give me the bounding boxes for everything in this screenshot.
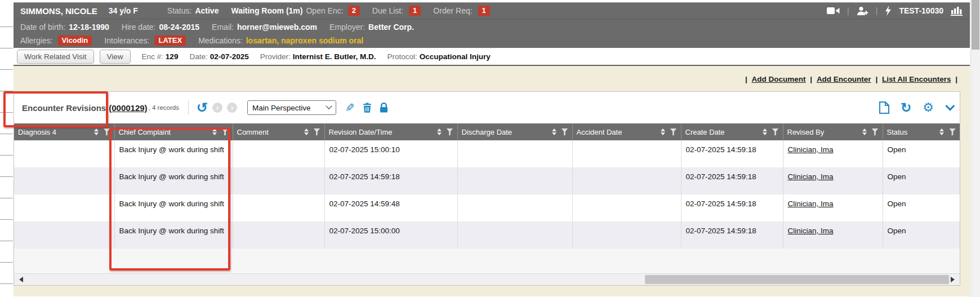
status-value: Active: [195, 6, 219, 15]
flowsheet-chart-icon[interactable]: [951, 6, 963, 16]
filter-funnel-icon[interactable]: [222, 128, 229, 136]
left-ruler: [0, 0, 13, 297]
prev-page-icon[interactable]: ‹: [212, 103, 222, 113]
sort-icon[interactable]: [552, 128, 556, 135]
patient-id[interactable]: TEST-10030: [899, 6, 943, 15]
waiting-room-value[interactable]: Waiting Room (1m): [231, 6, 302, 15]
intolerance-badge[interactable]: LATEX: [154, 36, 186, 46]
vertical-scrollbar[interactable]: [970, 0, 980, 297]
patient-banner-row-3: Allergies: Vicodin Intolerances: LATEX M…: [14, 34, 970, 48]
status-label: Status:: [167, 6, 192, 15]
open-enc-label: Open Enc:: [306, 6, 343, 15]
col-header-create-date[interactable]: Create Date: [681, 123, 783, 140]
filter-funnel-icon[interactable]: [872, 128, 879, 136]
filter-funnel-icon[interactable]: [104, 128, 110, 136]
encounter-revisions-panel: Encounter Revisions (0000129) , 4 record…: [14, 91, 960, 286]
sort-icon[interactable]: [661, 128, 665, 135]
cell-comment: [233, 221, 324, 249]
protocol-value: Occupational Injury: [420, 52, 491, 61]
scroll-right-arrow-icon[interactable]: [951, 277, 955, 282]
add-document-link[interactable]: Add Document: [752, 75, 806, 83]
scroll-left-arrow-icon[interactable]: [19, 277, 23, 282]
cell-diagnosis: [14, 221, 114, 249]
cell-chief: Back Injury @ work during shift: [114, 221, 233, 249]
filter-funnel-icon[interactable]: [562, 128, 568, 136]
cell-revised_by: Clinician, Ima: [783, 221, 883, 249]
sort-icon[interactable]: [94, 128, 99, 135]
dob-label: Date of birth:: [20, 23, 65, 32]
cell-discharge: [457, 167, 572, 194]
panel-chart-id[interactable]: (0000129): [109, 103, 147, 113]
email-value: horner@mieweb.com: [237, 23, 317, 32]
order-req-badge[interactable]: 1: [478, 6, 490, 16]
revised-by-link[interactable]: Clinician, Ima: [788, 200, 834, 208]
enc-date-label: Date:: [189, 52, 207, 61]
open-enc-badge[interactable]: 2: [348, 6, 360, 16]
panel-title: Encounter Revisions: [22, 103, 106, 113]
filter-funnel-icon[interactable]: [949, 128, 956, 136]
next-page-icon[interactable]: ›: [227, 103, 237, 113]
edit-pencil-icon[interactable]: ✎: [345, 101, 355, 114]
cell-revised_by: Clinician, Ima: [783, 140, 883, 167]
lock-icon[interactable]: [380, 103, 388, 113]
perspective-select[interactable]: Main Perspective: [247, 100, 336, 115]
filter-funnel-icon[interactable]: [670, 128, 677, 136]
horizontal-scrollbar[interactable]: [14, 273, 960, 285]
medications-label: Medications:: [198, 36, 243, 45]
filter-funnel-icon[interactable]: [314, 128, 320, 136]
email-label: Email:: [212, 23, 234, 32]
patient-banner-row-1: SIMMONS, NICOLE 34 y/o F Status: Active …: [14, 3, 970, 19]
encounter-revisions-table: Diagnosis 4 Chief Complaint Comment Revi…: [14, 123, 960, 249]
cell-discharge: [457, 194, 572, 221]
add-person-icon[interactable]: [857, 6, 868, 16]
cell-accident: [572, 194, 681, 221]
vertical-scrollbar-thumb[interactable]: [972, 0, 979, 50]
filter-funnel-icon[interactable]: [447, 128, 453, 136]
view-button[interactable]: View: [100, 50, 131, 64]
col-header-comment[interactable]: Comment: [233, 123, 324, 140]
due-list-badge[interactable]: 1: [409, 6, 421, 16]
toolbar-divider: [188, 100, 189, 115]
revised-by-link[interactable]: Clinician, Ima: [788, 145, 834, 154]
video-call-icon[interactable]: [827, 7, 840, 15]
sort-icon[interactable]: [437, 128, 442, 135]
cell-comment: [233, 167, 324, 194]
settings-gear-icon[interactable]: ⚙: [923, 102, 934, 113]
patient-name[interactable]: SIMMONS, NICOLE: [20, 6, 97, 16]
allergy-badge[interactable]: Vicodin: [58, 36, 92, 46]
protocol-label: Protocol:: [387, 52, 417, 61]
enc-date-value: 02-07-2025: [210, 52, 249, 61]
delete-trash-icon[interactable]: [363, 103, 372, 113]
medications-value[interactable]: losartan, naproxen sodium oral: [246, 36, 364, 45]
refresh-undo-icon[interactable]: ↺: [197, 102, 208, 113]
sort-icon[interactable]: [212, 128, 217, 135]
col-header-chief-complaint[interactable]: Chief Complaint: [114, 123, 233, 140]
filter-funnel-icon[interactable]: [772, 128, 779, 136]
patient-banner-row-2: Date of birth: 12-18-1990 Hire date: 08-…: [14, 19, 970, 34]
new-document-icon[interactable]: [879, 101, 889, 114]
col-header-diagnosis-4[interactable]: Diagnosis 4: [14, 123, 114, 140]
list-all-encounters-link[interactable]: List All Encounters: [882, 75, 951, 83]
work-related-visit-button[interactable]: Work Related Visit: [17, 50, 94, 64]
col-header-discharge-date[interactable]: Discharge Date: [457, 123, 572, 140]
cell-diagnosis: [14, 140, 114, 167]
sort-icon[interactable]: [763, 128, 767, 135]
col-header-status[interactable]: Status: [883, 123, 960, 140]
quick-action-lightning-icon[interactable]: [885, 6, 892, 16]
revised-by-link[interactable]: Clinician, Ima: [788, 172, 834, 181]
col-header-revision-date-time[interactable]: Revision Date/Time: [324, 123, 457, 140]
col-header-revised-by[interactable]: Revised By: [783, 123, 883, 140]
revised-by-link[interactable]: Clinician, Ima: [788, 227, 834, 235]
table-row: Back Injury @ work during shift02-07-202…: [14, 140, 960, 167]
sort-icon[interactable]: [304, 128, 309, 135]
col-header-accident-date[interactable]: Accident Date: [572, 123, 681, 140]
cell-chief: Back Injury @ work during shift: [114, 167, 233, 194]
sort-icon[interactable]: [862, 128, 867, 135]
collapse-chevron-icon[interactable]: [945, 101, 955, 111]
sort-icon[interactable]: [939, 128, 944, 135]
reload-sync-icon[interactable]: ↻: [901, 102, 911, 113]
employer-value: Better Corp.: [368, 23, 414, 32]
cell-accident: [572, 167, 681, 194]
horizontal-scrollbar-thumb[interactable]: [645, 275, 949, 284]
add-encounter-link[interactable]: Add Encounter: [817, 75, 871, 83]
